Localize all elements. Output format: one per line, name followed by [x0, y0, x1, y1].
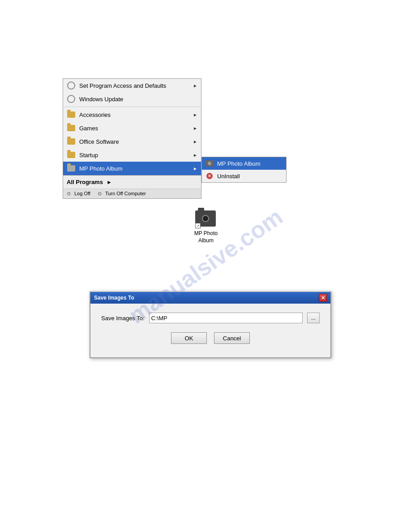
set-program-icon	[67, 81, 76, 90]
submenu-item-mp-photo-album-app[interactable]: MP Photo Album	[202, 157, 286, 170]
startup-arrow: ►	[193, 153, 197, 158]
ok-button[interactable]: OK	[171, 332, 207, 344]
log-off-icon: ⊙	[67, 191, 71, 197]
desktop-icon-label: MP Photo Album	[194, 230, 218, 244]
save-images-dialog-section: Save Images To ✕ Save Images To: ... OK …	[90, 291, 331, 358]
save-images-dialog: Save Images To ✕ Save Images To: ... OK …	[90, 291, 331, 358]
folder-office-icon	[67, 138, 75, 145]
dialog-button-row: OK Cancel	[101, 332, 320, 348]
submenu-uninstall-label: UnInstall	[217, 173, 240, 180]
menu-item-mp-photo-album[interactable]: MP Photo Album ►	[63, 162, 201, 175]
folder-startup-icon	[67, 152, 75, 158]
dialog-close-button[interactable]: ✕	[319, 294, 327, 302]
set-program-arrow: ►	[193, 83, 197, 88]
dialog-title: Save Images To	[94, 295, 134, 301]
games-label: Games	[79, 125, 189, 132]
camera-lens	[202, 215, 209, 222]
set-program-label: Set Program Access and Defaults	[79, 82, 189, 89]
cancel-button[interactable]: Cancel	[214, 332, 250, 344]
menu-item-startup[interactable]: Startup ►	[63, 148, 201, 162]
desktop-icon-section: ↗ MP Photo Album	[188, 210, 224, 244]
all-programs-label: All Programs	[67, 179, 103, 185]
menu-item-accessories[interactable]: Accessories ►	[63, 108, 201, 121]
dialog-body: Save Images To: ... OK Cancel	[90, 304, 330, 357]
folder-accessories-icon	[67, 112, 75, 118]
bottom-bar: ⊙ Log Off ⊙ Turn Off Computer	[63, 189, 201, 198]
start-menu-section: Set Program Access and Defaults ► Window…	[63, 78, 358, 199]
windows-update-label: Windows Update	[79, 96, 197, 103]
games-arrow: ►	[193, 126, 197, 131]
office-software-label: Office Software	[79, 138, 189, 145]
menu-item-windows-update[interactable]: Windows Update	[63, 92, 201, 106]
games-icon	[67, 124, 76, 133]
accessories-label: Accessories	[79, 112, 189, 118]
accessories-icon	[67, 110, 76, 119]
mp-photo-album-desktop-icon[interactable]: ↗	[195, 210, 217, 228]
mp-photo-album-arrow: ►	[193, 166, 197, 171]
browse-button[interactable]: ...	[307, 313, 320, 323]
windows-update-icon	[67, 94, 76, 103]
globe-icon	[67, 82, 75, 90]
save-path-input[interactable]	[149, 313, 303, 323]
programs-panel: Set Program Access and Defaults ► Window…	[63, 78, 201, 199]
menu-item-games[interactable]: Games ►	[63, 121, 201, 135]
office-software-icon	[67, 137, 76, 146]
save-images-to-label: Save Images To:	[101, 315, 145, 322]
menu-item-office-software[interactable]: Office Software ►	[63, 135, 201, 148]
folder-mp-icon	[67, 165, 75, 172]
menu-item-set-program[interactable]: Set Program Access and Defaults ►	[63, 79, 201, 92]
startup-icon	[67, 150, 76, 159]
shortcut-arrow-icon: ↗	[195, 223, 201, 228]
accessories-arrow: ►	[193, 112, 197, 117]
separator-1	[63, 107, 201, 107]
uninstall-icon: ✕	[206, 173, 214, 179]
log-off-label[interactable]: Log Off	[74, 191, 90, 197]
dialog-titlebar: Save Images To ✕	[90, 292, 330, 304]
startup-label: Startup	[79, 152, 189, 159]
office-software-arrow: ►	[193, 139, 197, 144]
submenu-item-uninstall[interactable]: ✕ UnInstall	[202, 170, 286, 182]
mp-photo-album-label: MP Photo Album	[79, 165, 189, 172]
submenu-mp-photo-album-label: MP Photo Album	[217, 160, 261, 167]
mp-photo-album-menu-icon	[67, 164, 76, 173]
all-programs-arrow-icon: ►	[107, 179, 112, 185]
turn-off-icon: ⊙	[98, 191, 102, 197]
update-icon	[67, 95, 75, 103]
mp-app-icon	[206, 160, 214, 167]
submenu-mp-photo-album: MP Photo Album ✕ UnInstall	[201, 157, 287, 183]
turn-off-label[interactable]: Turn Off Computer	[105, 191, 146, 197]
folder-games-icon	[67, 125, 75, 131]
dialog-input-row: Save Images To: ...	[101, 313, 320, 323]
all-programs-bar[interactable]: All Programs ►	[63, 175, 201, 189]
